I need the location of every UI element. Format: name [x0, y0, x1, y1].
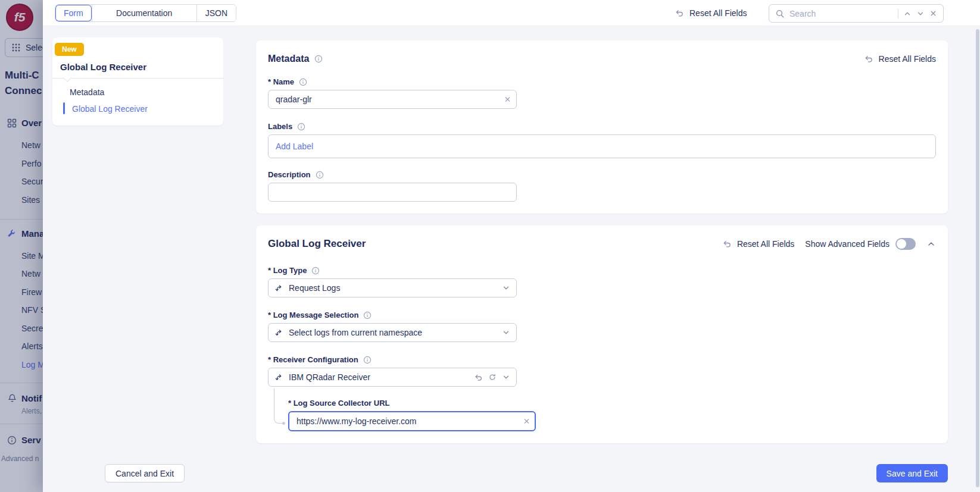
form-nav-card: New Global Log Receiver Metadata Global …: [52, 37, 223, 126]
log-message-selection-value: Select logs from current namespace: [289, 328, 497, 337]
metadata-section: Metadata Reset All Fields * Name L: [256, 40, 948, 214]
save-and-exit-button[interactable]: Save and Exit: [876, 464, 948, 482]
receiver-configuration-value: IBM QRadar Receiver: [289, 372, 469, 382]
modal-dim-overlay[interactable]: [0, 0, 43, 492]
branch-select-icon: [274, 373, 283, 382]
clear-name-button[interactable]: [504, 96, 511, 104]
log-type-select[interactable]: Request Logs: [268, 278, 517, 297]
reset-all-fields-button-glr[interactable]: Reset All Fields: [722, 239, 794, 249]
panel-body: New Global Log Receiver Metadata Global …: [43, 26, 980, 492]
reset-all-fields-button-metadata[interactable]: Reset All Fields: [864, 54, 936, 64]
nav-divider-notch: [63, 74, 71, 82]
branch-select-icon: [274, 328, 283, 337]
search-close-button[interactable]: [929, 10, 937, 17]
show-advanced-fields-toggle[interactable]: [895, 238, 916, 250]
info-icon[interactable]: [297, 123, 305, 131]
search-box: [769, 4, 944, 23]
new-badge: New: [55, 43, 84, 56]
show-advanced-fields-label: Show Advanced Fields: [805, 239, 890, 249]
form-nav-title: Global Log Receiver: [60, 62, 146, 72]
name-label: * Name: [268, 77, 294, 86]
reset-all-fields-label: Reset All Fields: [879, 54, 936, 64]
nav-link-metadata[interactable]: Metadata: [70, 87, 104, 97]
reset-all-fields-label: Reset All Fields: [689, 8, 747, 18]
log-source-collector-url-label: * Log Source Collector URL: [288, 399, 389, 408]
undo-icon: [864, 54, 873, 64]
search-prev-button[interactable]: [903, 10, 912, 18]
chevron-down-icon: [916, 10, 925, 18]
search-separator: [898, 9, 898, 18]
tab-form[interactable]: Form: [55, 5, 92, 21]
refresh-icon: [488, 373, 497, 381]
chevron-up-icon: [926, 239, 936, 249]
chevron-down-icon: [502, 373, 510, 381]
log-type-value: Request Logs: [289, 283, 497, 293]
undo-icon: [722, 239, 732, 249]
close-icon: [504, 96, 511, 104]
log-message-selection-label: * Log Message Selection: [268, 311, 358, 319]
nav-active-bar: [63, 102, 65, 114]
slideover-panel: Form Documentation JSON Reset All Fields: [43, 0, 980, 492]
global-log-receiver-section: Global Log Receiver Reset All Fields Sho…: [256, 225, 948, 443]
nested-field-connector: [274, 388, 283, 424]
log-type-label: * Log Type: [268, 266, 307, 275]
reset-all-fields-label: Reset All Fields: [737, 239, 794, 249]
chevron-down-icon: [502, 328, 510, 337]
tab-documentation[interactable]: Documentation: [92, 5, 196, 21]
search-next-button[interactable]: [916, 10, 925, 18]
panel-topbar: Form Documentation JSON Reset All Fields: [43, 0, 980, 26]
info-icon[interactable]: [316, 171, 324, 179]
info-icon[interactable]: [311, 267, 320, 275]
chevron-down-icon: [502, 284, 510, 292]
branch-select-icon: [274, 284, 283, 293]
chevron-up-icon: [903, 10, 912, 18]
view-tabs: Form Documentation JSON: [55, 4, 236, 22]
receiver-refresh-button[interactable]: [488, 373, 497, 381]
labels-input[interactable]: [268, 134, 936, 158]
collapse-section-button[interactable]: [926, 239, 936, 249]
log-source-collector-url-input[interactable]: [288, 411, 536, 431]
info-icon[interactable]: [363, 356, 372, 364]
description-input[interactable]: [268, 183, 517, 202]
nav-link-global-log-receiver[interactable]: Global Log Receiver: [72, 104, 148, 114]
tab-json[interactable]: JSON: [196, 5, 236, 21]
clear-url-button[interactable]: [523, 418, 530, 425]
search-input[interactable]: [789, 9, 893, 18]
labels-label: Labels: [268, 122, 292, 131]
vertical-scrollbar[interactable]: [976, 29, 979, 487]
receiver-configuration-label: * Receiver Configuration: [268, 355, 358, 364]
search-icon: [775, 9, 785, 18]
info-icon[interactable]: [363, 311, 372, 319]
nav-divider: [52, 78, 223, 79]
log-message-selection-select[interactable]: Select logs from current namespace: [268, 323, 517, 342]
undo-icon: [675, 8, 684, 18]
toggle-knob: [897, 239, 906, 249]
cancel-and-exit-button[interactable]: Cancel and Exit: [105, 464, 185, 482]
glr-heading: Global Log Receiver: [268, 238, 366, 250]
name-input[interactable]: [268, 90, 517, 109]
info-icon[interactable]: [299, 78, 307, 86]
undo-icon: [474, 373, 483, 382]
close-icon: [929, 10, 937, 17]
close-icon: [523, 418, 530, 425]
description-label: Description: [268, 170, 311, 179]
info-icon[interactable]: [314, 55, 323, 63]
receiver-configuration-select[interactable]: IBM QRadar Receiver: [268, 368, 517, 387]
metadata-heading: Metadata: [268, 54, 309, 64]
receiver-undo-button[interactable]: [474, 373, 483, 382]
reset-all-fields-button-top[interactable]: Reset All Fields: [675, 5, 747, 21]
